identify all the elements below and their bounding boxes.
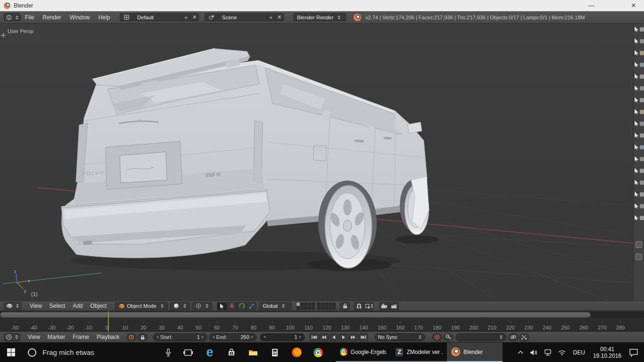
- edge-button[interactable]: e: [199, 343, 221, 362]
- layer-toggle[interactable]: [297, 306, 300, 310]
- lock-to-scene-button[interactable]: [340, 302, 350, 310]
- scene-add-button[interactable]: +: [267, 13, 275, 21]
- jump-prev-keyframe-button[interactable]: [319, 333, 329, 341]
- play-reverse-button[interactable]: [329, 333, 339, 341]
- transform-orientation-selector[interactable]: Global: [259, 302, 292, 310]
- delete-keyframe-button[interactable]: [519, 333, 529, 341]
- menu-view[interactable]: View: [26, 303, 46, 309]
- car-model[interactable]: VOLVO 850 R: [61, 49, 438, 271]
- decrement-arrow-icon[interactable]: [157, 336, 158, 338]
- close-button[interactable]: ✕: [627, 2, 640, 9]
- insert-keyframe-button[interactable]: [508, 333, 519, 341]
- properties-tab[interactable]: [634, 144, 644, 150]
- layer-toggle[interactable]: [304, 303, 307, 306]
- properties-tab[interactable]: [634, 38, 644, 44]
- properties-tab[interactable]: [634, 85, 644, 91]
- menu-select[interactable]: Select: [46, 303, 69, 309]
- layer-toggle[interactable]: [312, 303, 315, 306]
- layer-toggle[interactable]: [300, 306, 304, 310]
- properties-tab[interactable]: [634, 97, 644, 103]
- decrement-arrow-icon[interactable]: [213, 336, 215, 338]
- layout-name-field[interactable]: Default: [133, 13, 182, 21]
- layout-browse-button[interactable]: [120, 13, 133, 21]
- properties-tab[interactable]: [634, 62, 644, 67]
- jump-next-keyframe-button[interactable]: [349, 333, 358, 341]
- timeline-menu-frame[interactable]: Frame: [69, 334, 93, 340]
- keyboard-language-button[interactable]: DEU: [569, 349, 589, 356]
- layer-toggle[interactable]: [321, 303, 324, 306]
- current-frame-field[interactable]: 1: [260, 333, 305, 341]
- minimize-button[interactable]: —: [585, 2, 598, 9]
- view3d-editor-type-selector[interactable]: [4, 302, 21, 310]
- decrement-arrow-icon[interactable]: [264, 336, 265, 338]
- open-app-zmodeler[interactable]: Z ZModeler ver ...: [391, 343, 447, 362]
- render-engine-selector[interactable]: Blender Render: [293, 13, 346, 21]
- scene-name-field[interactable]: Scene: [218, 13, 267, 21]
- lock-time-button[interactable]: [138, 333, 148, 341]
- cortana-search[interactable]: Frag mich etwas: [22, 343, 177, 362]
- layout-delete-button[interactable]: ✕: [190, 13, 199, 21]
- timeline-menu-marker[interactable]: Marker: [44, 334, 69, 340]
- opengl-render-anim-button[interactable]: [389, 302, 399, 310]
- menu-render[interactable]: Render: [38, 14, 65, 21]
- timeline-scrollbar-handle[interactable]: [0, 312, 591, 318]
- menu-add[interactable]: Add: [69, 303, 86, 309]
- end-frame-field[interactable]: End: 250: [209, 333, 257, 341]
- strip-tool-icon[interactable]: [636, 241, 642, 248]
- pivot-point-selector[interactable]: [192, 302, 212, 310]
- layer-toggle[interactable]: [297, 303, 300, 306]
- microphone-icon[interactable]: [165, 348, 172, 357]
- timeline-menu-view[interactable]: View: [24, 334, 44, 340]
- keying-mode-button[interactable]: [443, 333, 454, 341]
- mode-selector[interactable]: Object Mode: [115, 302, 168, 310]
- layer-toggle[interactable]: [317, 306, 321, 310]
- properties-tab[interactable]: [634, 132, 644, 138]
- timeline-menu-playback[interactable]: Playback: [93, 334, 124, 340]
- keying-set-field[interactable]: [455, 333, 506, 341]
- properties-tab[interactable]: [634, 74, 644, 79]
- sync-mode-selector[interactable]: No Sync: [374, 333, 425, 341]
- layer-toggle[interactable]: [332, 306, 336, 310]
- layer-toggle[interactable]: [325, 303, 328, 306]
- increment-arrow-icon[interactable]: [251, 336, 253, 338]
- viewport-3d[interactable]: VOLVO 850 R: [0, 24, 644, 301]
- file-explorer-button[interactable]: [242, 343, 264, 362]
- layer-toggle[interactable]: [325, 306, 328, 310]
- play-button[interactable]: [339, 333, 348, 341]
- properties-tab[interactable]: [634, 168, 644, 173]
- properties-tab[interactable]: [634, 156, 644, 162]
- scene-delete-button[interactable]: ✕: [275, 13, 284, 21]
- scale-manipulator-button[interactable]: [247, 302, 256, 310]
- layer-toggle[interactable]: [312, 306, 315, 310]
- tray-chevron-button[interactable]: [514, 351, 527, 354]
- region-expand-icon[interactable]: [1, 33, 5, 37]
- start-frame-field[interactable]: Start: 1: [153, 333, 207, 341]
- tray-wifi-button[interactable]: [555, 350, 569, 355]
- open-app-blender[interactable]: Blender: [447, 343, 503, 362]
- properties-tab[interactable]: [634, 26, 644, 32]
- rotate-manipulator-button[interactable]: [237, 302, 247, 310]
- snap-element-selector[interactable]: [364, 302, 374, 310]
- store-button[interactable]: [221, 343, 242, 362]
- layout-add-button[interactable]: +: [182, 13, 190, 21]
- properties-tab[interactable]: [634, 180, 644, 185]
- properties-tab[interactable]: [634, 50, 644, 56]
- clock-button[interactable]: 00:41 19.10.2016: [589, 346, 625, 359]
- properties-tab[interactable]: [634, 215, 644, 221]
- scene-browse-button[interactable]: [205, 13, 218, 21]
- menu-window[interactable]: Window: [66, 14, 94, 21]
- properties-tab[interactable]: [634, 121, 644, 126]
- layer-toggle[interactable]: [308, 306, 311, 310]
- manipulator-toggle-button[interactable]: [217, 302, 227, 310]
- tray-network-button[interactable]: [541, 349, 555, 356]
- layer-toggle[interactable]: [329, 306, 332, 310]
- viewport-canvas[interactable]: VOLVO 850 R: [0, 24, 644, 301]
- info-editor-type-selector[interactable]: [4, 13, 21, 21]
- properties-tab[interactable]: [634, 203, 644, 209]
- firefox-button[interactable]: [286, 343, 307, 362]
- layer-toggle[interactable]: [308, 303, 311, 306]
- open-app-google[interactable]: Google-Ergeb...: [336, 343, 391, 362]
- task-view-button[interactable]: [177, 343, 199, 362]
- properties-tab[interactable]: [634, 109, 644, 115]
- layer-toggle[interactable]: [321, 306, 324, 310]
